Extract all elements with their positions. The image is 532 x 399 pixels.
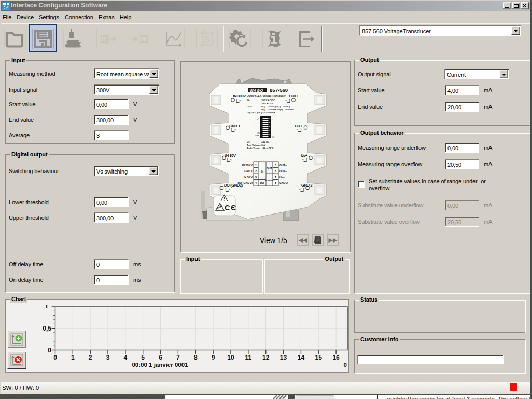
svg-text:GND 1: GND 1: [229, 124, 240, 129]
svg-text:16: 16: [332, 354, 340, 361]
svg-text:0(2)...+/−10V | 0(1)...+/−5V |: 0(2)...+/−10V | 0(1)...+/−5V |: [261, 105, 290, 108]
svg-text:2: 2: [255, 169, 257, 173]
svg-text:ON: ON: [257, 132, 260, 134]
svg-text:Dig. OUT (DO):: Dig. OUT (DO):: [247, 111, 263, 114]
svg-text:857-560: 857-560: [270, 87, 288, 93]
svg-text:4: 4: [124, 354, 128, 361]
svg-text:1: 1: [71, 354, 75, 361]
svg-text:Test Voltage:: Test Voltage:: [247, 144, 261, 146]
svg-text:6: 6: [159, 354, 162, 361]
svg-text:12: 12: [262, 354, 270, 361]
svg-text:6: 6: [275, 169, 276, 173]
svg-text:OUT+: OUT+: [289, 94, 299, 98]
svg-text:R: R: [102, 35, 107, 43]
svg-text:OUT−: OUT−: [279, 169, 287, 173]
svg-text:S: S: [203, 34, 210, 45]
svg-text:15: 15: [315, 354, 323, 361]
svg-text:IN 30 V: IN 30 V: [244, 176, 253, 179]
svg-text:3kV: 3kV: [261, 144, 265, 146]
svg-text:10: 10: [272, 136, 274, 138]
svg-text:IN 30V: IN 30V: [225, 153, 236, 158]
svg-text:5: 5: [141, 354, 145, 361]
svg-text:WAGO: WAGO: [250, 88, 263, 93]
svg-text:7: 7: [275, 176, 276, 179]
svg-text:JUMPFLEX: JUMPFLEX: [247, 94, 262, 97]
svg-text:DO (GND 2): DO (GND 2): [237, 181, 253, 184]
svg-text:Us+/100mA: Us+/100mA: [263, 111, 276, 114]
svg-text:IN 300 V: IN 300 V: [242, 164, 253, 167]
svg-text:Voltage Transducer: Voltage Transducer: [263, 95, 286, 97]
svg-text:14: 14: [298, 354, 305, 361]
svg-text:2: 2: [89, 354, 92, 361]
svg-text:1: 1: [272, 119, 273, 121]
svg-text:4: 4: [255, 181, 257, 184]
svg-text:OFF: OFF: [255, 135, 259, 137]
svg-text:24V DC: 24V DC: [261, 140, 270, 143]
svg-text:9: 9: [212, 354, 215, 361]
svg-text:7: 7: [176, 354, 180, 361]
svg-text:OUT+: OUT+: [279, 164, 287, 167]
svg-text:Amb. Temp.:: Amb. Temp.:: [247, 147, 261, 149]
svg-text:0: 0: [53, 354, 57, 361]
svg-text:DO: DO: [260, 181, 264, 184]
svg-text:11: 11: [245, 354, 251, 361]
svg-text:IN: IN: [261, 170, 263, 173]
svg-text:Us:: Us:: [247, 140, 251, 143]
svg-text:1: 1: [255, 164, 257, 167]
svg-text:W: W: [141, 35, 147, 43]
svg-text:Us+: Us+: [279, 176, 285, 179]
svg-text:3: 3: [255, 176, 257, 179]
svg-text:0(4)...+/−20mA / 0(2)...+/−10m: 0(4)...+/−20mA / 0(2)...+/−10mA: [261, 108, 295, 111]
svg-text:CЄ: CЄ: [225, 204, 237, 212]
svg-text:300 V AC/DC: 300 V AC/DC: [261, 99, 275, 102]
svg-text:00:00 1 janvier 0001: 00:00 1 janvier 0001: [132, 362, 188, 368]
svg-text:0: 0: [48, 347, 51, 354]
svg-text:0: 0: [344, 362, 347, 368]
svg-text:0,5: 0,5: [43, 325, 51, 332]
svg-text:POWER: POWER: [265, 179, 274, 182]
svg-text:GND 2: GND 2: [301, 183, 312, 188]
svg-text:3: 3: [106, 354, 110, 361]
svg-text:5: 5: [275, 164, 276, 167]
svg-text:OUT:: OUT:: [247, 105, 253, 108]
svg-text:30 V AC/DC: 30 V AC/DC: [261, 102, 274, 105]
svg-text:GND 2: GND 2: [279, 181, 288, 184]
svg-text:IN 300V: IN 300V: [233, 94, 246, 98]
svg-text:OUT−: OUT−: [295, 124, 305, 129]
svg-text:IN:: IN:: [247, 99, 250, 102]
svg-text:13: 13: [280, 354, 287, 361]
svg-text:−40...+70°C: −40...+70°C: [261, 147, 274, 149]
svg-text:8: 8: [194, 354, 198, 361]
svg-text:8: 8: [275, 181, 276, 184]
svg-text:OUT: OUT: [267, 167, 273, 170]
svg-text:Us+: Us+: [301, 153, 308, 158]
svg-text:GND 1: GND 1: [244, 169, 253, 173]
svg-text:10: 10: [227, 354, 234, 361]
